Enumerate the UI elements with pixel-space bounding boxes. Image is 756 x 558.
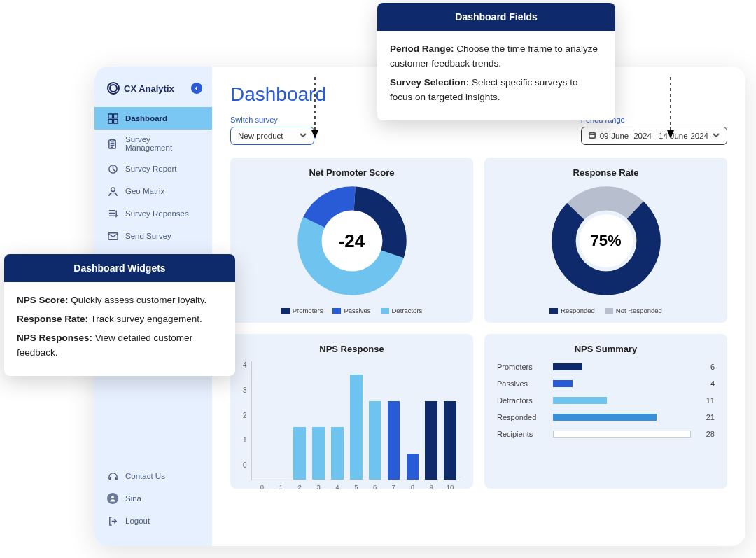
- callout-widgets-body: NPS Score: Quickly assess customer loyal…: [4, 282, 235, 376]
- summary-track: [553, 380, 691, 387]
- period-range-picker[interactable]: 09-June- 2024 - 14-June-2024: [581, 127, 727, 145]
- summary-row-recipients: Recipients28: [497, 430, 715, 438]
- annotation-arrow-icon: [664, 77, 678, 140]
- period-range-value: 09-June- 2024 - 14-June-2024: [600, 132, 708, 140]
- sidebar-bottom-sina[interactable]: Sina: [94, 487, 212, 510]
- sidebar-bottom-label: Contact Us: [125, 472, 165, 480]
- summary-row-passives: Passives4: [497, 379, 715, 388]
- sidebar-bottom-logout[interactable]: Logout: [94, 510, 212, 532]
- avatar-icon: [107, 493, 118, 504]
- chevron-down-icon: [300, 132, 307, 140]
- nps-center-value: -24: [339, 230, 365, 252]
- summary-fill: [553, 431, 691, 438]
- bar-7: 7: [386, 401, 402, 480]
- sidebar-nav: DashboardSurvey ManagementSurvey ReportG…: [94, 107, 212, 247]
- summary-label: Promoters: [497, 363, 546, 371]
- list-arrow-icon: [107, 208, 118, 219]
- sidebar-item-survey-management[interactable]: Survey Management: [94, 130, 212, 158]
- sidebar-item-label: Geo Matrix: [125, 187, 164, 195]
- sidebar-bottom: Contact UsSinaLogout: [94, 465, 212, 546]
- response-rate-title: Response Rate: [497, 167, 715, 178]
- mail-icon: [107, 230, 118, 242]
- nps-widget-title: Net Promoter Score: [243, 167, 461, 178]
- summary-row-detractors: Detractors11: [497, 396, 715, 405]
- callout-fields-body: Period Range: Choose the time frame to a…: [377, 31, 615, 120]
- response-rate-donut: 75%: [497, 185, 715, 297]
- svg-rect-0: [108, 113, 112, 118]
- legend-detractors: Detractors: [392, 307, 423, 314]
- bar-9: 9: [424, 401, 439, 480]
- survey-dropdown[interactable]: New product: [230, 127, 314, 145]
- svg-rect-8: [108, 232, 117, 239]
- summary-track: [553, 431, 691, 438]
- grid-icon: [107, 113, 118, 124]
- annotation-arrow-icon: [308, 77, 322, 140]
- sidebar-item-label: Survey Reponses: [125, 209, 189, 218]
- callout-fields-title: Dashboard Fields: [377, 3, 615, 31]
- bar-fill: [312, 427, 324, 480]
- headset-icon: [107, 470, 118, 482]
- summary-value: 4: [698, 379, 715, 388]
- survey-switch-group: Switch survey New product: [230, 116, 314, 145]
- summary-track: [553, 363, 691, 370]
- summary-row-promoters: Promoters6: [497, 363, 715, 371]
- legend-passives: Passives: [344, 307, 370, 314]
- bar-fill: [407, 454, 419, 480]
- summary-label: Detractors: [497, 396, 546, 405]
- bar-4: 4: [330, 427, 345, 480]
- response-rate-legend: Responded Not Responded: [497, 307, 715, 314]
- globe-user-icon: [107, 186, 118, 197]
- nps-response-chart: 43210 012345678910: [243, 361, 461, 480]
- bar-10: 10: [442, 401, 458, 480]
- calendar-icon: [589, 132, 596, 140]
- legend-responded: Responded: [561, 307, 595, 314]
- piechart-icon: [107, 163, 118, 174]
- callout-dashboard-fields: Dashboard Fields Period Range: Choose th…: [377, 3, 615, 120]
- sidebar-bottom-contact-us[interactable]: Contact Us: [94, 465, 212, 487]
- bar-fill: [388, 401, 400, 480]
- summary-label: Responded: [497, 413, 546, 421]
- sidebar-item-label: Survey Management: [125, 135, 200, 152]
- sidebar-item-survey-report[interactable]: Survey Report: [94, 158, 212, 180]
- svg-rect-10: [589, 133, 594, 139]
- bar-fill: [331, 427, 343, 480]
- bar-2: 2: [292, 427, 307, 480]
- nps-legend: Promoters Passives Detractors: [243, 307, 461, 314]
- nps-donut: -24: [243, 185, 461, 297]
- bar-5: 5: [349, 375, 364, 480]
- bar-fill: [444, 401, 456, 480]
- sidebar-item-send-survey[interactable]: Send Survey: [94, 225, 212, 247]
- svg-point-7: [111, 187, 115, 191]
- callout-line: Response Rate: Track survey engagement.: [17, 312, 223, 327]
- sidebar-collapse-button[interactable]: [191, 83, 202, 94]
- nps-response-widget: NPS Response 43210 012345678910: [230, 334, 473, 489]
- summary-value: 11: [698, 396, 715, 405]
- bar-8: 8: [405, 454, 420, 480]
- summary-value: 28: [698, 430, 715, 438]
- callout-line: NPS Responses: View detailed customer fe…: [17, 331, 223, 361]
- bar-6: 6: [368, 401, 383, 480]
- response-rate-widget: Response Rate 75% Responded Not Responde…: [484, 158, 727, 323]
- nps-score-widget: Net Promoter Score -24 Promoters Passive…: [230, 158, 473, 323]
- nps-summary-title: NPS Summary: [497, 344, 715, 354]
- summary-fill: [553, 414, 657, 421]
- sidebar-item-survey-reponses[interactable]: Survey Reponses: [94, 202, 212, 225]
- y-axis: 43210: [243, 361, 247, 480]
- nps-summary-widget: NPS Summary Promoters6Passives4Detractor…: [484, 334, 727, 489]
- bar-fill: [293, 427, 305, 480]
- sidebar-item-geo-matrix[interactable]: Geo Matrix: [94, 180, 212, 202]
- callout-line: Period Range: Choose the time frame to a…: [390, 42, 603, 71]
- brand-logo-icon: [107, 82, 120, 95]
- sidebar-item-dashboard[interactable]: Dashboard: [94, 107, 212, 130]
- nps-response-title: NPS Response: [243, 344, 461, 354]
- sidebar-item-label: Send Survey: [125, 232, 172, 240]
- survey-dropdown-value: New product: [238, 132, 284, 140]
- callout-line: NPS Score: Quickly assess customer loyal…: [17, 293, 223, 308]
- nps-summary-bars: Promoters6Passives4Detractors11Responded…: [497, 363, 715, 438]
- summary-label: Passives: [497, 379, 546, 388]
- summary-fill: [553, 397, 607, 404]
- clipboard-icon: [107, 138, 118, 149]
- sidebar-bottom-label: Sina: [125, 494, 141, 503]
- summary-value: 6: [698, 363, 715, 371]
- bar-fill: [369, 401, 381, 480]
